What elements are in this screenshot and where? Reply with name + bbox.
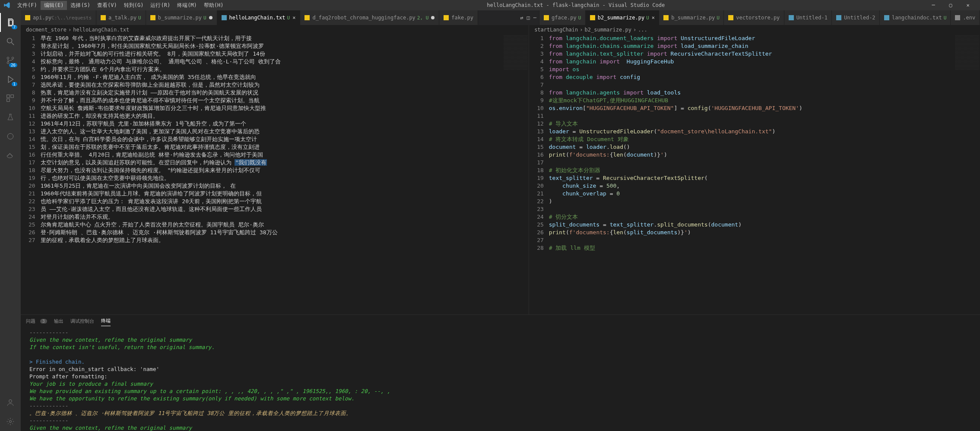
file-icon — [836, 15, 841, 20]
editor-tab[interactable]: fake.py — [439, 10, 478, 25]
code-area-left[interactable]: 1234567891011121314151617181920212223242… — [21, 35, 529, 315]
compare-icon[interactable]: ⇄ — [520, 15, 523, 21]
editor-tab[interactable]: langchaindoc.txt U — [880, 10, 951, 25]
breadcrumb-segment[interactable]: docment_store — [26, 27, 67, 33]
editor-tab[interactable]: d_faq2robot_chroma_huggingface.py 2, U — [300, 10, 439, 25]
editor-tab[interactable]: Untitled-2 — [832, 10, 880, 25]
activity-test[interactable] — [0, 108, 21, 127]
tab-filename: vectorstore.py — [736, 15, 780, 21]
explorer-badge: 7 — [12, 25, 17, 29]
editor-tab[interactable]: gface.py U — [539, 10, 586, 25]
tab-filename: a_talk.py — [108, 15, 136, 21]
more-icon[interactable]: ⋯ — [533, 15, 536, 21]
activity-explorer[interactable]: 7 — [0, 13, 21, 32]
breadcrumb-right[interactable]: startLangChain › b2_summarize.py › ... — [529, 25, 980, 35]
terminal-line: ------------ — [29, 329, 975, 336]
gutter-right: 1234567891011121314151617181920212223242… — [529, 35, 549, 315]
breadcrumb-left[interactable]: docment_store › helloLangChain.txt — [21, 25, 529, 35]
modified-dot-icon — [209, 16, 212, 19]
activity-account[interactable] — [0, 393, 21, 412]
activity-docker[interactable] — [0, 146, 21, 165]
editor-tab[interactable]: b_summarize.py U — [659, 10, 724, 25]
tab-filename: Untitled-1 — [796, 15, 828, 21]
menu-run[interactable]: 运行(R) — [147, 1, 174, 10]
panel-tab-terminal[interactable]: 终端 — [101, 316, 111, 326]
tab-actions-left: ⇄ ◫ ⋯ — [517, 10, 539, 25]
panel-tabs: 问题 3 输出 调试控制台 终端 — [21, 315, 980, 327]
terminal-line: Prompt after formatting: — [29, 373, 975, 380]
terminal-line: Error in on_chain_start callback: 'name' — [29, 365, 975, 373]
code-lines-right[interactable]: from langchain.document_loaders import U… — [549, 35, 954, 315]
terminal-line: Your job is to produce a final summary — [29, 380, 975, 387]
modified-dot-icon — [431, 16, 434, 19]
activity-extensions[interactable] — [0, 89, 21, 108]
breadcrumb-segment[interactable]: helloLangChain.txt — [73, 27, 129, 33]
menu-go[interactable]: 转到(G) — [121, 1, 147, 10]
tabs-group-left: api.py C:\..\requestsa_talk.py Ub_summar… — [21, 10, 517, 25]
file-icon — [444, 15, 449, 20]
panel-tab-problems[interactable]: 问题 3 — [26, 316, 47, 326]
menu-file[interactable]: 文件(F) — [14, 1, 41, 10]
tab-status: U — [203, 15, 206, 21]
split-icon[interactable]: ◫ — [527, 15, 530, 21]
maximize-icon[interactable]: ▢ — [942, 0, 959, 10]
editor-tab[interactable]: api.py C:\..\requests — [21, 10, 96, 25]
vscode-logo-icon — [3, 2, 10, 9]
tab-filename: b2_summarize.py — [598, 15, 644, 21]
menu-view[interactable]: 查看(V) — [94, 1, 121, 10]
tab-status: 2, U — [417, 15, 429, 21]
menu-select[interactable]: 选择(S) — [67, 1, 94, 10]
terminal-line: > Finished chain. — [29, 358, 975, 365]
tabs-row: api.py C:\..\requestsa_talk.py Ub_summar… — [21, 10, 980, 25]
editor-tab[interactable]: Untitled-1 — [784, 10, 832, 25]
svg-rect-5 — [7, 95, 10, 98]
panel-tab-label: 问题 — [26, 318, 35, 324]
panel-tab-debug[interactable]: 调试控制台 — [70, 316, 94, 326]
breadcrumb-segment[interactable]: b2_summarize.py — [585, 27, 631, 33]
menu-terminal[interactable]: 终端(M) — [174, 1, 200, 10]
code-area-right[interactable]: 1234567891011121314151617181920212223242… — [529, 35, 980, 315]
editor-tab[interactable]: helloLangChain.txt U× — [217, 10, 301, 25]
editor-pane-left: docment_store › helloLangChain.txt 12345… — [21, 25, 529, 315]
close-icon[interactable]: × — [652, 15, 655, 21]
chevron-right-icon: › — [633, 27, 636, 33]
activity-scm[interactable]: 26 — [0, 51, 21, 70]
terminal-line: ------------ — [29, 402, 975, 409]
breadcrumb-segment[interactable]: startLangChain — [534, 27, 578, 33]
tabs-group-right: gface.py Ub2_summarize.py U×b_summarize.… — [539, 10, 980, 25]
menu-edit[interactable]: 编辑(E) — [41, 1, 67, 10]
minimap-left[interactable] — [503, 35, 529, 315]
minimize-icon[interactable]: ─ — [925, 0, 942, 10]
close-icon[interactable]: ✕ — [959, 0, 977, 10]
minimap-right[interactable] — [954, 35, 980, 315]
file-icon — [663, 15, 669, 20]
account-icon — [6, 398, 15, 407]
editor-tab[interactable]: .env — [951, 10, 980, 25]
extensions-icon — [6, 94, 15, 103]
close-icon[interactable]: × — [292, 15, 295, 21]
editor-tab[interactable]: b2_summarize.py U× — [586, 10, 659, 25]
terminal-line: We have the opportunity to refine the ex… — [29, 395, 975, 402]
breadcrumb-segment[interactable]: ... — [638, 27, 647, 33]
terminal-line: Given the new context, refine the origin… — [29, 424, 975, 431]
editor-tab[interactable]: a_talk.py U — [96, 10, 146, 25]
activity-debug[interactable]: 1 — [0, 70, 21, 89]
code-lines-left[interactable]: 早在 1960 年代，当时执掌白宫的艾森豪威尔政府提出开展下一代航天计划，用于接… — [41, 35, 503, 315]
editor-tab[interactable]: b_summarize.py U — [146, 10, 217, 25]
docker-icon — [6, 151, 15, 160]
panel-tab-output[interactable]: 输出 — [54, 316, 63, 326]
tab-filename: Untitled-2 — [844, 15, 875, 21]
tab-filename: b_summarize.py — [671, 15, 715, 21]
terminal-body[interactable]: ------------Given the new context, refin… — [21, 327, 980, 431]
terminal-line — [29, 351, 975, 358]
activity-search[interactable] — [0, 32, 21, 51]
menu-help[interactable]: 帮助(H) — [200, 1, 227, 10]
tab-filename: helloLangChain.txt — [229, 15, 285, 21]
tab-status: U — [287, 15, 290, 21]
activity-ai[interactable] — [0, 127, 21, 146]
tab-filename: api.py — [33, 15, 51, 21]
search-icon — [6, 37, 15, 46]
svg-rect-6 — [11, 95, 13, 98]
activity-settings[interactable] — [0, 412, 21, 431]
editor-tab[interactable]: vectorstore.py — [724, 10, 784, 25]
